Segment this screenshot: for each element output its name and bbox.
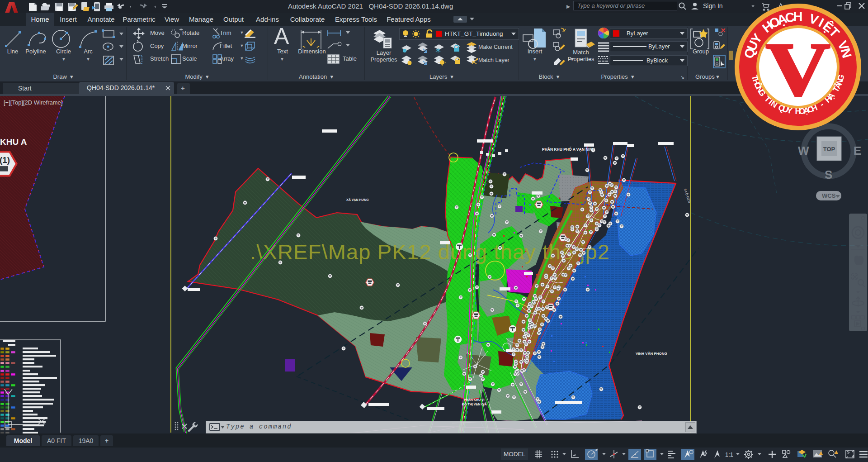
svg-text:Sign In: Sign In [703, 2, 723, 10]
svg-text:V: V [765, 27, 830, 111]
svg-text:H: H [793, 10, 803, 24]
svg-text:KHU A: KHU A [0, 137, 27, 147]
svg-text:PHẦN KHU VI: PHẦN KHU VI [464, 397, 485, 401]
svg-text:ĐÔ THỊ VẠN GIÃ: ĐÔ THỊ VẠN GIÃ [462, 402, 487, 406]
svg-text:PHẦN KHU PHỐ A VẠN NINH: PHẦN KHU PHỐ A VẠN NINH [542, 147, 595, 152]
svg-text:VỊNH VĂN PHONG: VỊNH VĂN PHONG [636, 352, 667, 356]
svg-text:A(1): A(1) [0, 155, 10, 165]
svg-text:.\XREF\Map PK12 dung thay the: .\XREF\Map PK12 dung thay the jp2 [250, 240, 609, 264]
svg-text:XÃ VẠN HƯNG: XÃ VẠN HƯNG [346, 198, 369, 201]
svg-text:1:1: 1:1 [725, 451, 733, 458]
